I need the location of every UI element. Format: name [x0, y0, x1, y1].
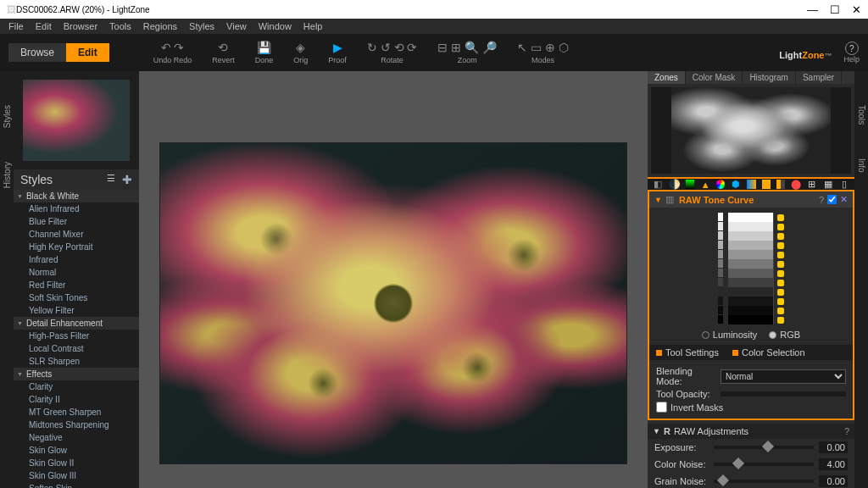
style-item[interactable]: Skin Glow II [14, 457, 139, 469]
edit-mode-button[interactable]: Edit [66, 43, 109, 62]
adj-slider[interactable] [714, 480, 814, 483]
style-item[interactable]: Red Filter [14, 279, 139, 291]
rotate-group[interactable]: ↻ ↺ ⟲ ⟳Rotate [367, 41, 418, 64]
revert-button[interactable]: ⟲Revert [212, 41, 235, 64]
ts-hue-icon[interactable]: ⬢ [731, 179, 741, 190]
style-item[interactable]: High Key Portrait [14, 241, 139, 253]
style-category[interactable]: Black & White [14, 190, 139, 202]
style-item[interactable]: MT Green Sharpen [14, 406, 139, 419]
zone-handle[interactable] [777, 252, 784, 258]
style-category[interactable]: Effects [14, 368, 139, 380]
ts-warning-icon[interactable]: ▲ [700, 179, 710, 190]
ts-split-icon[interactable] [776, 180, 785, 189]
zoom-group[interactable]: ⊟ ⊞ 🔍 🔎Zoom [437, 41, 497, 64]
zone-handle[interactable] [777, 214, 784, 221]
opacity-slider[interactable] [721, 391, 846, 396]
tab-zones[interactable]: Zones [648, 71, 686, 84]
ts-zonemap-icon[interactable]: ◧ [653, 179, 663, 190]
blend-mode-select[interactable]: Normal [721, 369, 846, 384]
menu-window[interactable]: Window [253, 19, 297, 33]
ts-moon-icon[interactable]: 🌓 [669, 179, 680, 190]
undo-redo-group[interactable]: ↶ ↷Undo Redo [153, 41, 192, 64]
menu-browser[interactable]: Browser [58, 19, 103, 33]
browse-mode-button[interactable]: Browse [8, 43, 66, 62]
right-tab-tools[interactable]: Tools [857, 105, 866, 125]
chevron-down-icon[interactable]: ▼ [654, 196, 662, 204]
zone-handle[interactable] [777, 298, 784, 305]
style-item[interactable]: Infrared [14, 253, 139, 266]
style-category[interactable]: Detail Enhancement [14, 317, 139, 330]
left-tab-history[interactable]: History [3, 162, 12, 188]
close-button[interactable]: ✕ [852, 3, 861, 16]
style-item[interactable]: Skin Glow III [14, 469, 139, 482]
style-item[interactable]: High-Pass Filter [14, 330, 139, 342]
zone-handle[interactable] [777, 317, 784, 324]
style-item[interactable]: Soft Skin Tones [14, 291, 139, 304]
rgb-radio[interactable]: RGB [769, 330, 800, 340]
ts-blank-icon[interactable]: ▯ [839, 179, 849, 190]
luminosity-radio[interactable]: Luminosity [702, 330, 758, 340]
tab-colormask[interactable]: Color Mask [686, 71, 743, 84]
zone-mapper[interactable] [718, 213, 784, 324]
zone-handle[interactable] [777, 308, 784, 314]
image-thumbnail[interactable] [23, 80, 130, 161]
ts-film-icon[interactable]: ▦ [823, 179, 833, 190]
menu-file[interactable]: File [3, 19, 29, 33]
raw-help-icon[interactable]: ? [844, 426, 849, 436]
style-item[interactable]: Skin Glow [14, 444, 139, 457]
ts-grid-icon[interactable]: ⊞ [807, 179, 817, 190]
tone-enable-checkbox[interactable] [827, 195, 837, 204]
zone-handle[interactable] [777, 280, 784, 286]
style-item[interactable]: Channel Mixer [14, 228, 139, 241]
maximize-button[interactable]: ☐ [830, 3, 840, 16]
style-item[interactable]: Yellow Filter [14, 304, 139, 317]
tab-sampler[interactable]: Sampler [796, 71, 842, 84]
styles-list[interactable]: Black & WhiteAlien InfraredBlue FilterCh… [14, 190, 139, 488]
ts-record-icon[interactable]: ⬤ [791, 179, 801, 190]
tab-histogram[interactable]: Histogram [743, 71, 796, 84]
zone-handle[interactable] [777, 224, 784, 230]
right-tab-info[interactable]: Info [857, 158, 866, 173]
zone-handle[interactable] [777, 289, 784, 296]
styles-add-icon[interactable]: ✚ [122, 173, 132, 186]
zone-handle[interactable] [777, 261, 784, 268]
style-item[interactable]: Local Contrast [14, 342, 139, 355]
style-item[interactable]: Alien Infrared [14, 202, 139, 215]
main-image[interactable] [159, 142, 627, 464]
ts-bw-icon[interactable] [762, 180, 771, 189]
menu-styles[interactable]: Styles [184, 19, 220, 33]
invert-masks-checkbox[interactable] [656, 402, 667, 413]
menu-tools[interactable]: Tools [104, 19, 136, 33]
zone-handle[interactable] [777, 242, 784, 249]
style-item[interactable]: Soften Skin [14, 482, 139, 488]
style-item[interactable]: Negative [14, 431, 139, 444]
style-item[interactable]: SLR Sharpen [14, 355, 139, 368]
menu-view[interactable]: View [221, 19, 252, 33]
minimize-button[interactable]: — [807, 3, 818, 16]
ts-color-icon[interactable] [716, 180, 725, 189]
proof-button[interactable]: ▶Proof [328, 41, 347, 64]
tone-close-icon[interactable]: ✕ [840, 194, 848, 205]
style-item[interactable]: Midtones Sharpening [14, 419, 139, 431]
raw-adjustments-header[interactable]: ▼ R RAW Adjustments ? [648, 424, 854, 439]
style-item[interactable]: Blue Filter [14, 215, 139, 228]
style-item[interactable]: Clarity II [14, 393, 139, 406]
left-tab-styles[interactable]: Styles [3, 105, 12, 128]
menu-regions[interactable]: Regions [138, 19, 182, 33]
style-item[interactable]: Clarity [14, 380, 139, 393]
ts-wb-icon[interactable] [747, 180, 755, 189]
tone-help-icon[interactable]: ? [819, 195, 824, 205]
zone-handle[interactable] [777, 270, 784, 277]
zone-handle[interactable] [777, 233, 784, 240]
ts-gradient-icon[interactable] [686, 180, 694, 189]
tone-preset-icon[interactable]: ▥ [665, 194, 674, 205]
zones-preview-image[interactable] [671, 87, 831, 174]
menu-edit[interactable]: Edit [31, 19, 57, 33]
menu-help[interactable]: Help [298, 19, 328, 33]
help-button[interactable]: ?Help [843, 42, 860, 64]
done-button[interactable]: 💾Done [255, 41, 274, 64]
modes-group[interactable]: ↖ ▭ ⊕ ⬡Modes [517, 41, 569, 64]
tool-settings-tab[interactable]: Tool Settings [649, 345, 726, 360]
adj-slider[interactable] [714, 446, 814, 449]
style-item[interactable]: Normal [14, 266, 139, 279]
